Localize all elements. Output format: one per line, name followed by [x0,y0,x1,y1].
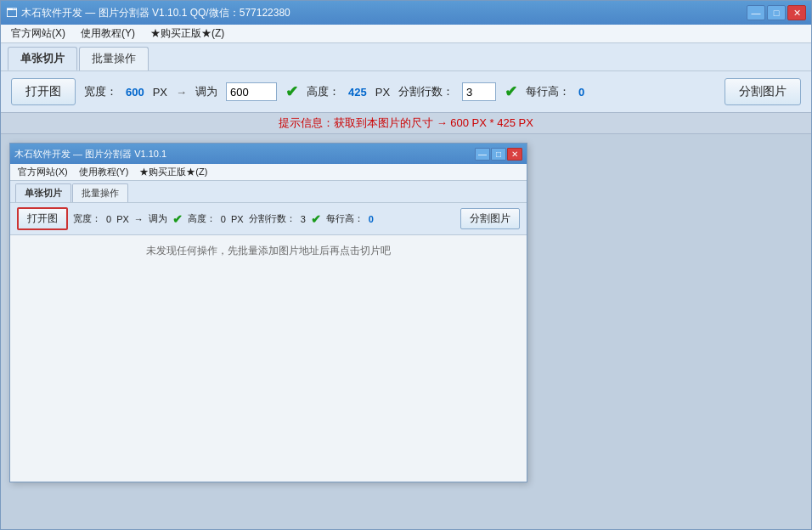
inner-menu-item-purchase[interactable]: ★购买正版★(Z) [134,165,212,179]
inner-row-height-value: 0 [369,214,374,224]
outer-close-button[interactable]: ✕ [787,5,806,20]
inner-toolbar: 打开图 宽度： 0 PX → 调为 ✔ 高度： 0 PX 分割行数： 3 ✔ 每… [10,202,527,234]
inner-tabs: 单张切片 批量操作 [10,181,527,202]
outer-tabs: 单张切片 批量操作 [1,43,811,70]
inner-height-label: 高度： [188,212,216,225]
outer-window: 🗔 木石软件开发 — 图片分割器 V1.10.1 QQ/微信：577122380… [0,0,812,530]
outer-toolbar: 打开图 宽度： 600 PX → 调为 ✔ 高度： 425 PX 分割行数： ✔… [1,70,811,112]
inner-arrow-icon: → [134,214,144,224]
row-height-value: 0 [578,86,584,99]
inner-row-height-label: 每行高： [326,212,364,225]
inner-height-value: 0 [221,214,226,224]
inner-close-button[interactable]: ✕ [507,148,522,161]
split-image-button[interactable]: 分割图片 [725,78,801,105]
tab-batch-operation[interactable]: 批量操作 [79,47,149,70]
inner-split-rows-label: 分割行数： [249,212,296,225]
inner-menu-bar: 官方网站(X) 使用教程(Y) ★购买正版★(Z) [10,164,527,181]
outer-minimize-button[interactable]: — [747,5,765,20]
width-adjust-input[interactable] [226,82,277,101]
outer-window-controls: — □ ✕ [747,5,806,20]
inner-menu-item-website[interactable]: 官方网站(X) [13,165,73,179]
outer-menu-bar: 官方网站(X) 使用教程(Y) ★购买正版★(Z) [1,25,811,43]
app-icon: 🗔 [6,6,18,20]
width-check-icon: ✔ [285,82,298,101]
height-unit: PX [375,86,390,99]
outer-status-bar: 提示信息：获取到本图片的尺寸 → 600 PX * 425 PX [1,112,811,134]
row-height-label: 每行高： [526,84,570,99]
inner-title-bar: 木石软件开发 — 图片分割器 V1.10.1 — □ ✕ [10,144,527,164]
outer-menu-item-website[interactable]: 官方网站(X) [4,25,72,42]
inner-split-image-button[interactable]: 分割图片 [460,208,520,229]
inner-window-title: 木石软件开发 — 图片分割器 V1.10.1 [14,148,166,161]
outer-main-area: 木石软件开发 — 图片分割器 V1.10.1 — □ ✕ 官方网站(X) 使用教… [1,134,811,529]
outer-menu-item-tutorial[interactable]: 使用教程(Y) [74,25,142,42]
inner-minimize-button[interactable]: — [475,148,490,161]
outer-title-bar: 🗔 木石软件开发 — 图片分割器 V1.10.1 QQ/微信：577122380… [1,1,811,25]
inner-empty-message: 未发现任何操作，先批量添加图片地址后再点击切片吧 [146,244,391,258]
open-image-button[interactable]: 打开图 [11,78,76,105]
title-bar-left: 🗔 木石软件开发 — 图片分割器 V1.10.1 QQ/微信：577122380 [6,6,290,20]
inner-split-check-icon: ✔ [311,212,321,226]
height-label: 高度： [307,84,340,99]
arrow-icon: → [176,86,187,99]
inner-window: 木石软件开发 — 图片分割器 V1.10.1 — □ ✕ 官方网站(X) 使用教… [9,143,527,482]
width-value: 600 [126,86,144,99]
inner-open-image-button[interactable]: 打开图 [17,207,68,230]
split-rows-label: 分割行数： [398,84,454,99]
status-message: 提示信息：获取到本图片的尺寸 → 600 PX * 425 PX [279,116,533,131]
outer-maximize-button[interactable]: □ [767,5,786,20]
inner-adjust-label: 调为 [149,212,167,225]
outer-menu-item-purchase[interactable]: ★购买正版★(Z) [144,25,231,42]
inner-width-label: 宽度： [73,212,101,225]
inner-width-check-icon: ✔ [172,212,183,226]
inner-split-rows-value: 3 [301,214,306,224]
height-value: 425 [348,86,367,99]
width-label: 宽度： [84,84,117,99]
split-rows-check-icon: ✔ [505,82,517,101]
inner-height-unit: PX [231,214,244,224]
outer-window-title: 木石软件开发 — 图片分割器 V1.10.1 QQ/微信：577122380 [21,6,290,20]
inner-menu-item-tutorial[interactable]: 使用教程(Y) [74,165,134,179]
inner-maximize-button[interactable]: □ [491,148,506,161]
width-unit: PX [153,86,167,99]
inner-window-controls: — □ ✕ [475,148,522,161]
split-rows-input[interactable] [462,82,496,101]
inner-content-area: 未发现任何操作，先批量添加图片地址后再点击切片吧 [10,234,527,482]
inner-tab-single-slice[interactable]: 单张切片 [15,183,71,202]
adjust-label: 调为 [195,84,217,99]
inner-width-value: 0 [106,214,111,224]
inner-width-unit: PX [116,214,129,224]
inner-tab-batch-operation[interactable]: 批量操作 [72,183,128,202]
tab-single-slice[interactable]: 单张切片 [8,47,77,70]
